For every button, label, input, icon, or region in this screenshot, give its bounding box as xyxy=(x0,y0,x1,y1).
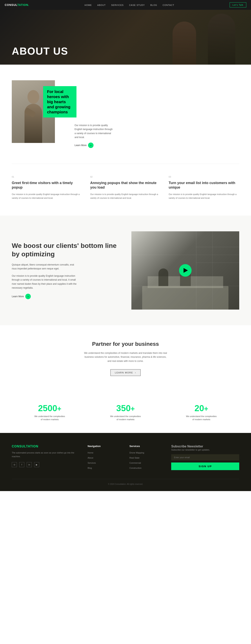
stat-number-3: 20+ xyxy=(163,403,239,413)
about-text-block: Our mission is to provide quality Englis… xyxy=(75,80,239,148)
feature-desc-1: Our mission is to provide quality Englis… xyxy=(12,192,82,200)
footer-nav-col: Navigation Home About Services Blog xyxy=(88,445,122,471)
feature-title-3: Turn your email list into customers with… xyxy=(169,181,239,190)
stat-item-3: 20+ We understand the complexities of mo… xyxy=(163,403,239,421)
footer: CONSULTATION The automated process start… xyxy=(0,433,251,491)
video-section: We boost our clients' bottom line by opt… xyxy=(0,216,251,325)
newsletter-desc: Subscribe our newsletter to get updates. xyxy=(171,448,239,452)
green-tagline-box: For local heroes with big hearts and gro… xyxy=(43,86,77,118)
footer-newsletter-col: Subscribe Newsletter Subscribe our newsl… xyxy=(171,445,239,471)
footer-socials: ⊙ f in ▶ xyxy=(12,462,80,467)
video-text-block: We boost our clients' bottom line by opt… xyxy=(12,242,120,299)
footer-service-construction[interactable]: Construction xyxy=(129,467,142,469)
arrow-icon: › xyxy=(88,142,94,148)
footer-nav-heading: Navigation xyxy=(88,445,122,448)
navbar: CONSULTATION. HOME ABOUT SERVICES CASE S… xyxy=(0,0,251,10)
footer-services-list: Drone Mapping Real State Commercial Cons… xyxy=(129,451,163,470)
linkedin-icon[interactable]: in xyxy=(27,462,32,467)
video-heading: We boost our clients' bottom line by opt… xyxy=(12,242,120,258)
mission-text: Our mission is to provide quality Englis… xyxy=(75,123,114,140)
video-learn-more-button[interactable]: Learn More › xyxy=(12,294,120,299)
stat-item-1: 2500+ We understand the complexities of … xyxy=(12,403,88,421)
feature-number-1: 01 xyxy=(12,176,82,178)
footer-nav-about[interactable]: About xyxy=(88,456,93,459)
chevron-right-icon: › xyxy=(135,372,136,374)
feature-item-2: 02 Annoying popups that show the minute … xyxy=(90,176,161,200)
footer-nav-list: Home About Services Blog xyxy=(88,451,122,470)
footer-copyright: © 2024 Consultation. All rights reserved… xyxy=(108,483,143,485)
video-para2: Our mission is to provide quality Englis… xyxy=(12,274,78,290)
feature-number-2: 02 xyxy=(90,176,161,178)
nav-links: HOME ABOUT SERVICES CASE STUDY BLOG CONT… xyxy=(85,3,174,7)
stat-number-2: 350+ xyxy=(88,403,164,413)
nav-blog[interactable]: BLOG xyxy=(150,4,157,6)
newsletter-email-input[interactable] xyxy=(171,454,239,460)
feature-item-1: 01 Greet first-time visitors with a time… xyxy=(12,176,82,200)
nav-services[interactable]: SERVICES xyxy=(111,4,124,6)
feature-desc-3: Our mission is to provide quality Englis… xyxy=(169,192,239,200)
footer-services-heading: Services xyxy=(129,445,163,448)
youtube-icon[interactable]: ▶ xyxy=(34,462,39,467)
video-para1: Quisque aliquet, libero consequat elemen… xyxy=(12,263,78,271)
play-button[interactable] xyxy=(179,264,192,277)
instagram-icon[interactable]: ⊙ xyxy=(12,462,17,467)
feature-title-1: Greet first-time visitors with a timely … xyxy=(12,181,82,190)
footer-desc: The automated process starts as soon as … xyxy=(12,451,80,458)
nav-contact[interactable]: CONTACT xyxy=(163,4,174,6)
about-intro-section: For local heroes with big hearts and gro… xyxy=(0,64,251,164)
footer-nav-services[interactable]: Services xyxy=(88,462,96,464)
footer-service-commercial[interactable]: Commercial xyxy=(129,462,141,464)
facebook-icon[interactable]: f xyxy=(19,462,24,467)
footer-grid: CONSULTATION The automated process start… xyxy=(12,445,239,471)
feature-item-3: 03 Turn your email list into customers w… xyxy=(169,176,239,200)
video-arrow-icon: › xyxy=(25,294,31,299)
signup-button[interactable]: SIGN UP xyxy=(171,462,239,470)
tagline-text: For local heroes with big hearts and gro… xyxy=(47,89,73,114)
footer-newsletter-heading: Subscribe Newsletter xyxy=(171,445,239,448)
stat-item-2: 350+ We understand the complexities of m… xyxy=(88,403,164,421)
footer-bottom: © 2024 Consultation. All rights reserved… xyxy=(12,479,239,485)
features-section: 01 Greet first-time visitors with a time… xyxy=(0,164,251,216)
hero-section: ABOUT US xyxy=(0,10,251,64)
footer-brand-col: CONSULTATION The automated process start… xyxy=(12,445,80,471)
partner-title: Partner for your business xyxy=(8,341,243,347)
feature-title-2: Annoying popups that show the minute you… xyxy=(90,181,161,190)
nav-about[interactable]: ABOUT xyxy=(97,4,106,6)
about-image-block: For local heroes with big hearts and gro… xyxy=(12,80,67,147)
feature-desc-2: Our mission is to provide quality Englis… xyxy=(90,192,161,200)
nav-logo: CONSULTATION. xyxy=(5,3,29,7)
learn-more-button[interactable]: Learn More › xyxy=(75,142,239,148)
stat-desc-2: We understand the complexities of modern… xyxy=(110,415,141,421)
stat-number-1: 2500+ xyxy=(12,403,88,413)
page-title: ABOUT US xyxy=(12,46,68,57)
footer-nav-blog[interactable]: Blog xyxy=(88,467,92,469)
feature-number-3: 03 xyxy=(169,176,239,178)
footer-service-real-state[interactable]: Real State xyxy=(129,456,139,459)
partner-desc: We understand the complexities of modern… xyxy=(82,351,169,363)
nav-home[interactable]: HOME xyxy=(85,4,92,6)
video-thumbnail[interactable] xyxy=(131,231,239,310)
partner-section: Partner for your business We understand … xyxy=(0,325,251,392)
stat-desc-1: We understand the complexities of modern… xyxy=(34,415,65,421)
learn-more-outline-button[interactable]: LEARN MORE › xyxy=(110,369,141,376)
lets-talk-button[interactable]: Let's Talk xyxy=(230,2,246,8)
footer-services-col: Services Drone Mapping Real State Commer… xyxy=(129,445,163,471)
stats-section: 2500+ We understand the complexities of … xyxy=(0,392,251,433)
stat-desc-3: We understand the complexities of modern… xyxy=(186,415,217,421)
footer-logo: CONSULTATION xyxy=(12,445,80,448)
footer-service-drone[interactable]: Drone Mapping xyxy=(129,452,144,454)
nav-case-study[interactable]: CASE STUDY xyxy=(129,4,145,6)
footer-nav-home[interactable]: Home xyxy=(88,452,93,454)
